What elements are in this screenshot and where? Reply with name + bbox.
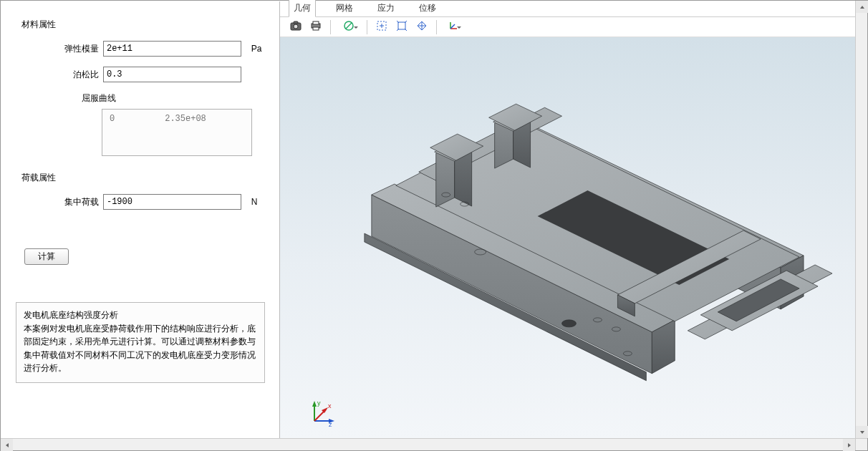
parameters-panel: 材料属性 弹性模量 Pa 泊松比 屈服曲线 0 2.35e+08 荷载属性 集中…	[1, 1, 279, 438]
chevron-right-icon	[847, 440, 852, 450]
concentrated-load-unit: N	[251, 197, 265, 207]
model-render	[280, 37, 855, 438]
yield-curve-col1: 2.35e+08	[165, 114, 206, 151]
print-button[interactable]	[307, 19, 324, 36]
concentrated-load-field: 集中荷载 N	[21, 194, 265, 210]
vertical-scrollbar[interactable]	[855, 1, 867, 438]
zoom-box-button[interactable]	[373, 19, 390, 36]
toolbar-separator-1	[330, 20, 331, 34]
svg-marker-52	[860, 431, 864, 434]
yield-curve-row: 屈服曲线	[21, 92, 265, 105]
printer-icon	[310, 20, 322, 34]
svg-point-2	[294, 24, 298, 29]
chevron-left-icon	[4, 440, 10, 450]
svg-point-44	[562, 320, 577, 327]
svg-line-14	[450, 24, 455, 29]
viewport-toolbar	[280, 17, 855, 37]
gizmo-z-label: z	[329, 421, 332, 428]
camera-icon	[290, 21, 302, 33]
svg-rect-1	[294, 21, 298, 24]
tab-displacement[interactable]: 位移	[415, 0, 440, 16]
tab-stress[interactable]: 应力	[373, 0, 399, 16]
axis-gizmo: y x z	[307, 399, 336, 428]
chevron-up-icon	[859, 2, 865, 12]
yield-curve-col0: 0	[110, 114, 115, 151]
scroll-right-button[interactable]	[843, 439, 855, 451]
screenshot-button[interactable]	[287, 19, 304, 36]
scroll-up-button[interactable]	[856, 1, 868, 13]
scroll-left-button[interactable]	[1, 439, 13, 451]
toolbar-separator-3	[436, 20, 437, 34]
poisson-label: 泊松比	[62, 69, 99, 81]
default-view-icon	[416, 20, 428, 34]
section-load-title: 荷载属性	[21, 172, 265, 184]
elastic-modulus-input[interactable]	[103, 41, 241, 57]
poisson-input[interactable]	[103, 67, 241, 82]
zoom-box-icon	[376, 20, 387, 34]
svg-marker-54	[848, 443, 851, 447]
axis-orientation-dropdown[interactable]	[443, 19, 464, 36]
graphics-panel: 几何 网格 应力 位移	[279, 1, 855, 438]
toolbar-separator-2	[367, 20, 367, 34]
concentrated-load-input[interactable]	[103, 194, 241, 210]
default-view-button[interactable]	[413, 19, 430, 36]
axis-triad-icon	[448, 20, 459, 34]
calculate-button[interactable]: 计算	[24, 248, 69, 265]
chevron-down-icon	[859, 427, 865, 437]
tab-geometry[interactable]: 几何	[289, 0, 316, 17]
scrollbar-corner	[855, 438, 867, 450]
elastic-modulus-field: 弹性模量 Pa	[21, 41, 265, 57]
description-body: 本案例对发电机底座受静荷载作用下的结构响应进行分析，底部固定约束，采用壳单元进行…	[24, 322, 257, 375]
svg-line-7	[346, 23, 352, 29]
poisson-field: 泊松比	[21, 67, 265, 82]
svg-rect-5	[313, 27, 319, 30]
concentrated-load-label: 集中荷载	[62, 196, 99, 208]
gizmo-y-label: y	[317, 399, 321, 407]
scroll-down-button[interactable]	[856, 426, 868, 438]
3d-viewport[interactable]: y x z	[280, 37, 855, 438]
elastic-modulus-label: 弹性模量	[62, 43, 99, 55]
horizontal-scrollbar[interactable]	[1, 438, 855, 450]
svg-rect-11	[398, 22, 405, 29]
svg-marker-46	[312, 401, 317, 407]
elastic-modulus-unit: Pa	[251, 44, 265, 54]
description-box: 发电机底座结构强度分析 本案例对发电机底座受静荷载作用下的结构响应进行分析，底部…	[16, 302, 265, 383]
svg-rect-4	[313, 21, 319, 24]
result-tabs: 几何 网格 应力 位移	[280, 1, 855, 17]
zoom-extents-icon	[396, 20, 408, 34]
zoom-extents-button[interactable]	[393, 19, 410, 36]
content-area: 材料属性 弹性模量 Pa 泊松比 屈服曲线 0 2.35e+08 荷载属性 集中…	[1, 1, 855, 438]
app-window: 材料属性 弹性模量 Pa 泊松比 屈服曲线 0 2.35e+08 荷载属性 集中…	[0, 0, 868, 451]
yield-curve-box[interactable]: 0 2.35e+08	[102, 109, 252, 156]
yield-curve-label: 屈服曲线	[82, 93, 116, 103]
description-title: 发电机底座结构强度分析	[24, 309, 257, 322]
no-entry-icon	[344, 21, 354, 33]
svg-marker-53	[6, 443, 9, 447]
selection-mode-dropdown[interactable]	[337, 19, 361, 36]
svg-marker-51	[860, 6, 864, 9]
tab-mesh[interactable]: 网格	[332, 0, 357, 16]
section-material-title: 材料属性	[21, 19, 265, 31]
gizmo-x-label: x	[328, 402, 332, 409]
